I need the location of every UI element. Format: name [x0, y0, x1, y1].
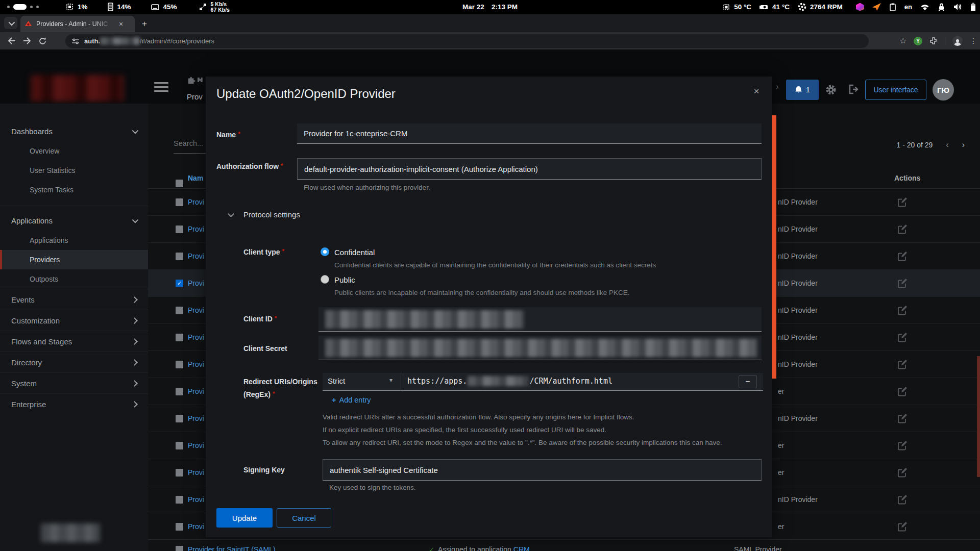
name-input[interactable]: Provider for 1c-enteprise-CRM	[297, 123, 762, 144]
provider-name-link-fragment[interactable]: Provi	[188, 306, 204, 314]
disk-usage[interactable]: 45%	[151, 3, 177, 11]
sidebar-item-directory[interactable]: Directory	[0, 352, 148, 372]
application-link[interactable]: CRM	[513, 545, 530, 551]
row-checkbox[interactable]	[176, 361, 183, 368]
row-checkbox[interactable]: ✓	[176, 280, 183, 287]
edit-icon[interactable]	[897, 440, 908, 450]
network-usage[interactable]: 5 Kb/s67 Kb/s	[199, 2, 230, 13]
back-button[interactable]	[4, 37, 19, 45]
clipboard-icon[interactable]	[889, 3, 896, 11]
cancel-button[interactable]: Cancel	[277, 508, 331, 528]
wifi-icon[interactable]	[920, 4, 929, 11]
chevron-down-icon[interactable]	[228, 211, 234, 217]
notifications-button[interactable]: 1	[786, 80, 819, 100]
provider-name-link-fragment[interactable]: Provi	[188, 387, 204, 395]
sidebar-item-customization[interactable]: Customization	[0, 310, 148, 331]
browser-profile-avatar[interactable]	[952, 36, 963, 46]
user-interface-button[interactable]: User interface	[865, 80, 926, 100]
gpu-temp[interactable]: 41 °C	[760, 3, 790, 11]
url-bar[interactable]: auth. /if/admin/#/core/providers	[65, 34, 869, 48]
row-checkbox[interactable]	[176, 334, 183, 341]
row-checkbox[interactable]	[176, 253, 183, 260]
page-scrollbar-thumb[interactable]	[977, 356, 980, 477]
keyboard-layout[interactable]: en	[904, 3, 912, 11]
battery-icon[interactable]	[970, 3, 976, 11]
provider-name-link-fragment[interactable]: Provi	[188, 441, 204, 449]
sidebar-item-overview[interactable]: Overview	[0, 141, 148, 161]
edit-icon[interactable]	[897, 332, 908, 342]
edit-icon[interactable]	[897, 359, 908, 369]
provider-name-link-fragment[interactable]: Provi	[188, 198, 204, 206]
add-entry-button[interactable]: +Add entry	[332, 396, 371, 404]
sidebar-section-dashboards[interactable]: Dashboards	[0, 121, 148, 141]
row-checkbox[interactable]	[176, 496, 183, 504]
provider-name-link-fragment[interactable]: Provi	[188, 225, 204, 233]
sidebar-item-system[interactable]: System	[0, 372, 148, 393]
tab-close-icon[interactable]: ×	[117, 20, 125, 28]
screen-lock-icon[interactable]	[938, 3, 945, 11]
provider-name-link[interactable]: Provider for SaintIT (SAML)	[188, 545, 276, 551]
previous-page-icon[interactable]: ‹	[946, 140, 948, 149]
tray-app-icon-2[interactable]: ✓	[872, 3, 881, 11]
row-checkbox[interactable]	[176, 226, 183, 233]
provider-name-link-fragment[interactable]: Provi	[188, 495, 204, 504]
select-all-checkbox[interactable]	[176, 180, 183, 187]
sidebar-item-events[interactable]: Events	[0, 289, 148, 310]
new-tab-button[interactable]: +	[142, 19, 147, 29]
extension-badge-icon[interactable]: Y	[914, 37, 922, 45]
provider-name-link-fragment[interactable]: Provi	[188, 333, 204, 341]
edit-icon[interactable]	[897, 494, 908, 505]
client-secret-input[interactable]	[318, 336, 762, 360]
sidebar-item-providers[interactable]: Providers	[0, 250, 148, 269]
name-column-header-fragment[interactable]: Nam	[188, 174, 203, 182]
matching-mode-select[interactable]: Strict	[328, 377, 345, 385]
edit-icon[interactable]	[897, 305, 908, 315]
redirect-uri-input[interactable]: https://apps./CRM/authform.html	[407, 376, 612, 386]
signing-key-select[interactable]: authentik Self-signed Certificate	[323, 459, 762, 481]
sidebar-item-user-statistics[interactable]: User Statistics	[0, 161, 148, 180]
edit-icon[interactable]	[897, 521, 908, 532]
protocol-settings-section-toggle[interactable]: Protocol settings	[243, 210, 300, 219]
provider-name-link-fragment[interactable]: Provi	[188, 360, 204, 368]
ram-usage[interactable]: 14%	[107, 3, 131, 11]
row-checkbox[interactable]	[176, 523, 183, 531]
edit-icon[interactable]	[897, 251, 908, 261]
edit-icon[interactable]	[897, 224, 908, 234]
edit-icon[interactable]	[897, 467, 908, 478]
modal-scrollbar-thumb[interactable]	[772, 115, 776, 379]
bookmark-star-icon[interactable]: ☆	[900, 36, 906, 45]
confidential-radio-label[interactable]: Confidential	[334, 248, 375, 257]
row-checkbox[interactable]	[176, 415, 183, 422]
row-checkbox[interactable]	[176, 307, 183, 314]
user-avatar[interactable]: ГЮ	[933, 79, 954, 101]
browser-menu-icon[interactable]: ⋮	[970, 37, 977, 45]
provider-name-link-fragment[interactable]: Provi	[188, 279, 204, 287]
sidebar-item-outposts[interactable]: Outposts	[0, 269, 148, 289]
settings-gear-icon[interactable]	[825, 84, 837, 96]
sidebar-section-applications[interactable]: Applications	[0, 210, 148, 231]
authorization-flow-select[interactable]: default-provider-authorization-implicit-…	[297, 158, 762, 180]
sign-out-icon[interactable]	[848, 84, 860, 94]
row-checkbox[interactable]	[176, 546, 183, 551]
remove-entry-button[interactable]: −	[739, 375, 757, 388]
workspace-switcher[interactable]	[7, 4, 39, 10]
row-checkbox[interactable]	[176, 388, 183, 395]
sidebar-item-enterprise[interactable]: Enterprise	[0, 393, 148, 414]
edit-icon[interactable]	[897, 278, 908, 288]
client-id-input[interactable]	[318, 307, 762, 332]
provider-name-link-fragment[interactable]: Provi	[188, 522, 204, 531]
next-page-icon[interactable]: ›	[962, 140, 965, 149]
provider-name-link-fragment[interactable]: Provi	[188, 414, 204, 422]
site-settings-icon[interactable]	[71, 38, 80, 45]
provider-name-link-fragment[interactable]: Provi	[188, 252, 204, 260]
cpu-temp[interactable]: 50 °C	[722, 3, 751, 11]
public-radio[interactable]	[321, 275, 329, 284]
row-checkbox[interactable]	[176, 442, 183, 449]
extensions-puzzle-icon[interactable]	[929, 37, 938, 45]
sidebar-item-system-tasks[interactable]: System Tasks	[0, 180, 148, 199]
edit-icon[interactable]	[897, 197, 908, 207]
modal-close-icon[interactable]: ×	[750, 86, 763, 97]
volume-icon[interactable]	[953, 3, 962, 11]
edit-icon[interactable]	[897, 413, 908, 423]
confidential-radio[interactable]	[321, 247, 329, 256]
